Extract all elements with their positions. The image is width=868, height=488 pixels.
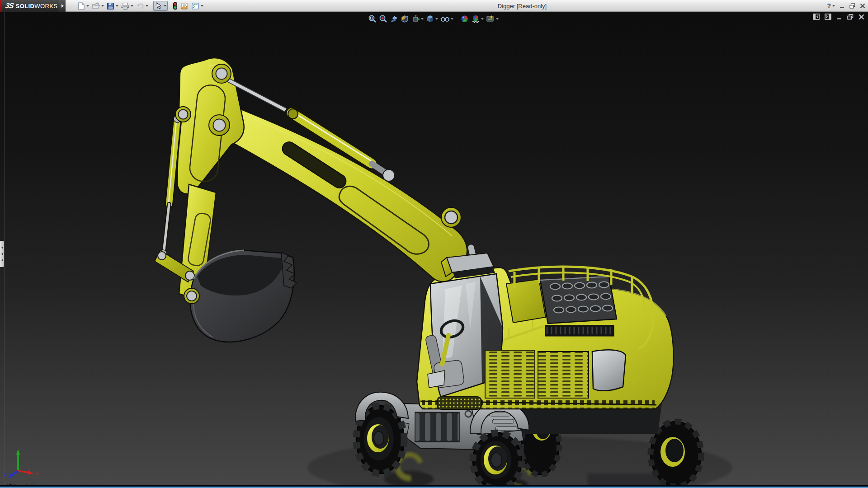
panel-toggle-left-icon [813,14,820,20]
minimize-document-button[interactable] [836,14,842,20]
print-icon [121,2,129,10]
boom-arm[interactable] [155,58,467,302]
panel-toggle-right-icon [825,14,831,20]
close-icon [860,3,865,9]
orientation-triad: X Z [3,447,52,480]
solidworks-logo: 3S SOLIDWORKS [2,0,59,12]
view-settings-dropdown-arrow[interactable] [496,18,499,20]
close-document-icon [859,14,864,20]
select-cursor-icon [155,2,162,10]
graphics-viewport[interactable]: X Z *Dimetric [0,12,868,488]
windows-taskbar-edge[interactable] [0,485,868,488]
toggle-right-pane-button[interactable] [825,14,831,20]
edit-appearance-button[interactable] [460,14,469,23]
view-orientation-dropdown-arrow[interactable] [421,18,424,20]
previous-view-icon [390,14,398,23]
minimize-icon [840,3,845,9]
titlebar-controls: ? [827,0,865,12]
solidworks-wordmark: SOLIDWORKS [16,3,58,9]
help-button[interactable]: ? [827,2,835,9]
splitter-arrow-icon [1,246,3,249]
headsup-view-toolbar [368,14,499,23]
3d-viewport-canvas[interactable] [0,12,868,488]
minimize-button[interactable] [840,3,845,9]
flyout-arrow-icon [61,4,64,8]
document-window-controls [813,14,864,20]
close-button[interactable] [860,3,865,9]
window-title: Digger [Read-only] [498,0,547,12]
new-button[interactable] [76,1,90,11]
close-document-button[interactable] [859,14,864,20]
viewport-left-border [4,12,5,488]
previous-view-button[interactable] [389,14,399,23]
engine-cylinders [550,282,613,313]
edit-appearance-icon [460,14,469,23]
view-settings-button[interactable] [486,14,499,23]
undo-dropdown-arrow[interactable] [146,5,148,7]
help-dropdown-arrow[interactable] [832,5,835,7]
featuremanager-splitter-tab[interactable] [0,241,4,267]
section-view-icon [401,14,409,23]
print-button[interactable] [120,1,135,11]
toggle-left-pane-button[interactable] [813,14,820,20]
hide-show-items-dropdown-arrow[interactable] [451,18,453,20]
print-dropdown-arrow[interactable] [131,5,133,7]
splitter-arrow-icon [1,253,3,255]
restore-document-icon [847,14,854,20]
display-style-button[interactable] [425,14,439,23]
triad-z-label: Z [4,471,7,478]
save-button[interactable] [105,1,120,11]
undo-icon [136,2,144,10]
rear-left-wheel[interactable] [473,433,522,488]
menu-flyout-arrow[interactable] [59,0,66,12]
open-dropdown-arrow[interactable] [101,5,104,7]
open-folder-icon [92,2,100,10]
solidworks-logo-icon: 3S [5,2,14,10]
display-style-dropdown-arrow[interactable] [435,18,438,20]
help-icon: ? [827,2,831,9]
zoom-to-fit-button[interactable] [368,14,377,23]
options-dropdown-arrow[interactable] [201,5,203,7]
view-orientation-button[interactable] [411,14,424,23]
zoom-to-area-button[interactable] [378,14,388,23]
select-dropdown-arrow[interactable] [164,5,166,7]
apply-scene-button[interactable] [471,14,484,23]
apply-scene-icon [471,14,480,23]
file-properties-icon [180,2,189,10]
open-button[interactable] [90,1,105,11]
hide-show-items-button[interactable] [440,14,454,23]
save-icon [107,2,114,10]
view-orientation-icon [411,14,420,23]
new-document-icon [77,2,85,10]
save-dropdown-arrow[interactable] [116,5,118,7]
select-button[interactable] [153,1,168,11]
splitter-arrow-icon [1,259,3,262]
rebuild-button[interactable] [171,1,179,11]
excavator-model[interactable] [155,58,732,488]
apply-scene-dropdown-arrow[interactable] [481,18,484,20]
zoom-to-fit-icon [368,14,377,23]
triad-x-label: X [35,470,39,477]
minimize-document-icon [836,14,842,20]
options-button[interactable] [190,1,205,11]
undo-button[interactable] [135,1,150,11]
hide-show-items-icon [440,14,450,23]
rear-window [592,350,626,390]
restore-button[interactable] [849,3,855,9]
new-dropdown-arrow[interactable] [86,5,89,7]
section-view-button[interactable] [400,14,410,23]
view-settings-icon [486,14,495,23]
titlebar: 3S SOLIDWORKS [0,0,868,12]
display-style-icon [426,14,434,23]
main-toolbar [76,0,205,12]
zoom-to-area-icon [379,14,387,23]
restore-icon [849,3,855,9]
options-icon [191,2,199,10]
file-properties-button[interactable] [179,1,190,11]
restore-document-button[interactable] [847,14,854,20]
rebuild-traffic-light-icon [173,2,178,10]
